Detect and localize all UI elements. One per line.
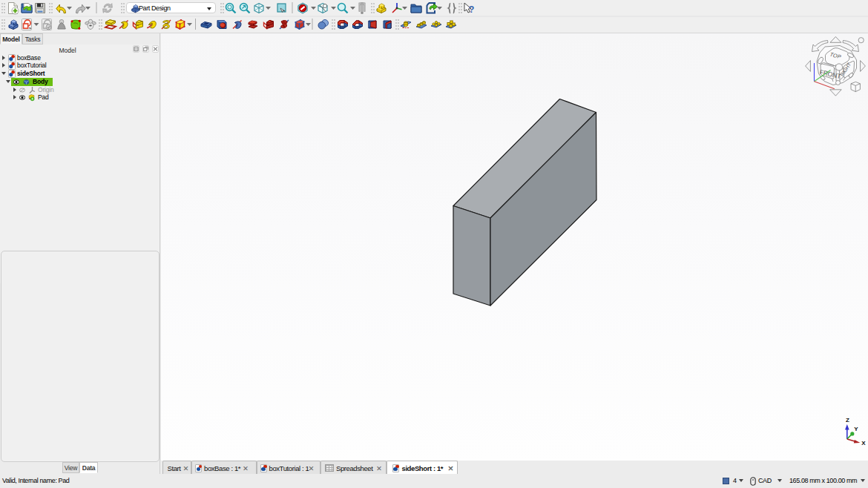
svg-text:X: X <box>861 440 866 446</box>
svg-text:Y: Y <box>854 426 858 432</box>
svg-text:Z: Z <box>846 417 849 423</box>
